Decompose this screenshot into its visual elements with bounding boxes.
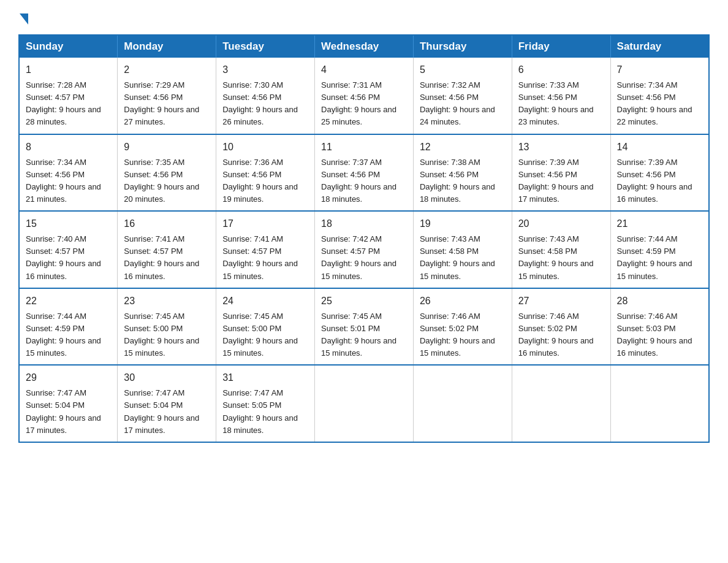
day-number: 10 xyxy=(222,140,308,155)
calendar-day-cell: 13Sunrise: 7:39 AMSunset: 4:56 PMDayligh… xyxy=(512,134,610,212)
day-number: 17 xyxy=(222,216,308,231)
day-info: Sunrise: 7:32 AMSunset: 4:56 PMDaylight:… xyxy=(420,79,506,129)
day-info: Sunrise: 7:46 AMSunset: 5:02 PMDaylight:… xyxy=(420,310,506,360)
calendar-table: SundayMondayTuesdayWednesdayThursdayFrid… xyxy=(18,34,710,443)
day-info: Sunrise: 7:36 AMSunset: 4:56 PMDaylight:… xyxy=(222,156,308,206)
day-info: Sunrise: 7:33 AMSunset: 4:56 PMDaylight:… xyxy=(518,79,604,129)
day-info: Sunrise: 7:47 AMSunset: 5:05 PMDaylight:… xyxy=(222,387,308,437)
calendar-day-cell xyxy=(413,365,512,442)
calendar-week-row: 15Sunrise: 7:40 AMSunset: 4:57 PMDayligh… xyxy=(19,211,709,288)
day-info: Sunrise: 7:35 AMSunset: 4:56 PMDaylight:… xyxy=(124,156,210,206)
weekday-header-wednesday: Wednesday xyxy=(315,35,414,58)
day-info: Sunrise: 7:42 AMSunset: 4:57 PMDaylight:… xyxy=(321,233,407,283)
calendar-week-row: 1Sunrise: 7:28 AMSunset: 4:57 PMDaylight… xyxy=(19,58,709,134)
weekday-header-saturday: Saturday xyxy=(610,35,709,58)
calendar-day-cell: 10Sunrise: 7:36 AMSunset: 4:56 PMDayligh… xyxy=(216,134,315,212)
day-info: Sunrise: 7:45 AMSunset: 5:00 PMDaylight:… xyxy=(124,310,210,360)
calendar-day-cell: 14Sunrise: 7:39 AMSunset: 4:56 PMDayligh… xyxy=(610,134,709,212)
day-number: 19 xyxy=(420,216,506,231)
weekday-header-row: SundayMondayTuesdayWednesdayThursdayFrid… xyxy=(19,35,709,58)
day-number: 8 xyxy=(26,140,111,155)
day-number: 4 xyxy=(321,63,407,77)
calendar-day-cell: 4Sunrise: 7:31 AMSunset: 4:56 PMDaylight… xyxy=(315,58,414,134)
day-info: Sunrise: 7:47 AMSunset: 5:04 PMDaylight:… xyxy=(124,387,210,437)
weekday-header-sunday: Sunday xyxy=(19,35,118,58)
calendar-day-cell: 27Sunrise: 7:46 AMSunset: 5:02 PMDayligh… xyxy=(512,288,610,366)
day-number: 18 xyxy=(321,216,407,231)
day-number: 27 xyxy=(518,294,604,308)
calendar-day-cell: 19Sunrise: 7:43 AMSunset: 4:58 PMDayligh… xyxy=(413,211,512,288)
day-number: 6 xyxy=(518,63,604,77)
day-info: Sunrise: 7:30 AMSunset: 4:56 PMDaylight:… xyxy=(222,79,308,129)
day-info: Sunrise: 7:44 AMSunset: 4:59 PMDaylight:… xyxy=(26,310,111,360)
day-number: 22 xyxy=(26,294,111,308)
calendar-week-row: 22Sunrise: 7:44 AMSunset: 4:59 PMDayligh… xyxy=(19,288,709,366)
day-info: Sunrise: 7:40 AMSunset: 4:57 PMDaylight:… xyxy=(26,233,111,283)
day-number: 3 xyxy=(222,63,308,77)
day-number: 31 xyxy=(222,370,308,385)
day-info: Sunrise: 7:44 AMSunset: 4:59 PMDaylight:… xyxy=(617,233,702,283)
calendar-week-row: 8Sunrise: 7:34 AMSunset: 4:56 PMDaylight… xyxy=(19,134,709,212)
calendar-week-row: 29Sunrise: 7:47 AMSunset: 5:04 PMDayligh… xyxy=(19,365,709,442)
day-number: 14 xyxy=(617,140,702,155)
day-number: 5 xyxy=(420,63,506,77)
calendar-day-cell: 28Sunrise: 7:46 AMSunset: 5:03 PMDayligh… xyxy=(610,288,709,366)
day-number: 26 xyxy=(420,294,506,308)
calendar-day-cell: 22Sunrise: 7:44 AMSunset: 4:59 PMDayligh… xyxy=(19,288,118,366)
logo-arrow-icon xyxy=(20,13,28,25)
day-number: 20 xyxy=(518,216,604,231)
weekday-header-friday: Friday xyxy=(512,35,610,58)
calendar-day-cell: 6Sunrise: 7:33 AMSunset: 4:56 PMDaylight… xyxy=(512,58,610,134)
calendar-day-cell: 29Sunrise: 7:47 AMSunset: 5:04 PMDayligh… xyxy=(19,365,118,442)
calendar-day-cell: 21Sunrise: 7:44 AMSunset: 4:59 PMDayligh… xyxy=(610,211,709,288)
day-info: Sunrise: 7:39 AMSunset: 4:56 PMDaylight:… xyxy=(617,156,702,206)
day-number: 28 xyxy=(617,294,702,308)
day-number: 12 xyxy=(420,140,506,155)
day-number: 15 xyxy=(26,216,111,231)
day-info: Sunrise: 7:47 AMSunset: 5:04 PMDaylight:… xyxy=(26,387,111,437)
day-info: Sunrise: 7:46 AMSunset: 5:02 PMDaylight:… xyxy=(518,310,604,360)
calendar-day-cell xyxy=(315,365,414,442)
day-number: 1 xyxy=(26,63,111,77)
calendar-day-cell: 1Sunrise: 7:28 AMSunset: 4:57 PMDaylight… xyxy=(19,58,118,134)
day-number: 11 xyxy=(321,140,407,155)
day-info: Sunrise: 7:28 AMSunset: 4:57 PMDaylight:… xyxy=(26,79,111,129)
day-number: 7 xyxy=(617,63,702,77)
page-header xyxy=(18,12,710,23)
day-number: 16 xyxy=(124,216,210,231)
logo xyxy=(18,12,29,23)
day-info: Sunrise: 7:41 AMSunset: 4:57 PMDaylight:… xyxy=(222,233,308,283)
calendar-day-cell xyxy=(610,365,709,442)
calendar-day-cell: 26Sunrise: 7:46 AMSunset: 5:02 PMDayligh… xyxy=(413,288,512,366)
weekday-header-monday: Monday xyxy=(118,35,216,58)
calendar-day-cell: 17Sunrise: 7:41 AMSunset: 4:57 PMDayligh… xyxy=(216,211,315,288)
calendar-day-cell: 24Sunrise: 7:45 AMSunset: 5:00 PMDayligh… xyxy=(216,288,315,366)
day-info: Sunrise: 7:29 AMSunset: 4:56 PMDaylight:… xyxy=(124,79,210,129)
day-info: Sunrise: 7:43 AMSunset: 4:58 PMDaylight:… xyxy=(518,233,604,283)
day-number: 9 xyxy=(124,140,210,155)
calendar-day-cell: 3Sunrise: 7:30 AMSunset: 4:56 PMDaylight… xyxy=(216,58,315,134)
calendar-day-cell: 5Sunrise: 7:32 AMSunset: 4:56 PMDaylight… xyxy=(413,58,512,134)
day-info: Sunrise: 7:34 AMSunset: 4:56 PMDaylight:… xyxy=(26,156,111,206)
day-number: 29 xyxy=(26,370,111,385)
day-info: Sunrise: 7:39 AMSunset: 4:56 PMDaylight:… xyxy=(518,156,604,206)
calendar-day-cell: 7Sunrise: 7:34 AMSunset: 4:56 PMDaylight… xyxy=(610,58,709,134)
day-number: 30 xyxy=(124,370,210,385)
day-number: 23 xyxy=(124,294,210,308)
calendar-day-cell: 20Sunrise: 7:43 AMSunset: 4:58 PMDayligh… xyxy=(512,211,610,288)
weekday-header-tuesday: Tuesday xyxy=(216,35,315,58)
calendar-day-cell: 25Sunrise: 7:45 AMSunset: 5:01 PMDayligh… xyxy=(315,288,414,366)
day-info: Sunrise: 7:46 AMSunset: 5:03 PMDaylight:… xyxy=(617,310,702,360)
day-info: Sunrise: 7:34 AMSunset: 4:56 PMDaylight:… xyxy=(617,79,702,129)
calendar-day-cell: 9Sunrise: 7:35 AMSunset: 4:56 PMDaylight… xyxy=(118,134,216,212)
calendar-day-cell: 30Sunrise: 7:47 AMSunset: 5:04 PMDayligh… xyxy=(118,365,216,442)
weekday-header-thursday: Thursday xyxy=(413,35,512,58)
day-info: Sunrise: 7:38 AMSunset: 4:56 PMDaylight:… xyxy=(420,156,506,206)
calendar-day-cell: 31Sunrise: 7:47 AMSunset: 5:05 PMDayligh… xyxy=(216,365,315,442)
day-info: Sunrise: 7:43 AMSunset: 4:58 PMDaylight:… xyxy=(420,233,506,283)
day-number: 24 xyxy=(222,294,308,308)
day-info: Sunrise: 7:45 AMSunset: 5:00 PMDaylight:… xyxy=(222,310,308,360)
calendar-day-cell: 15Sunrise: 7:40 AMSunset: 4:57 PMDayligh… xyxy=(19,211,118,288)
calendar-day-cell: 18Sunrise: 7:42 AMSunset: 4:57 PMDayligh… xyxy=(315,211,414,288)
calendar-day-cell: 16Sunrise: 7:41 AMSunset: 4:57 PMDayligh… xyxy=(118,211,216,288)
